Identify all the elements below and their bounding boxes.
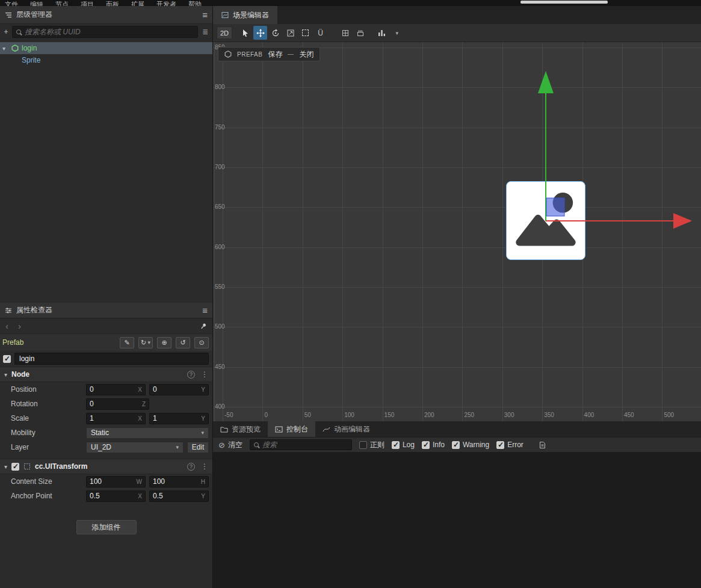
mobility-row: Mobility Static▾ [0,426,212,440]
chevron-down-icon: ▾ [395,30,398,36]
prefab-edit-button[interactable]: ✎ [120,337,134,348]
console-search-placeholder: 搜索 [262,440,277,450]
prefab-close-button[interactable]: 关闭 [299,49,313,60]
gizmo-y-arrowhead[interactable] [538,71,554,93]
prefab-icon [11,45,19,52]
ruler-label-y: 750 [215,124,225,131]
uitransform-section-header[interactable]: ▾ cc.UITransform ? ⋮ [0,459,212,474]
sprite-node[interactable] [506,181,585,260]
ruler-label-x: 50 [304,412,311,418]
console-filters: LogInfoWarningError [392,441,523,449]
content-w-input[interactable]: 100W [86,476,146,487]
hierarchy-search-input[interactable]: 搜索名称或 UUID [12,26,198,38]
content-h-input[interactable]: 100H [149,476,209,487]
history-forward-icon[interactable]: › [18,321,21,330]
prefab-locate-button[interactable]: ⊕ [157,337,171,348]
scene-toolbar: 2D Ü ▾ [213,24,701,42]
pin-icon[interactable] [199,321,209,331]
scale-icon [286,29,295,37]
gizmo-x-arrowhead[interactable] [673,213,692,229]
node-name-input[interactable]: login [14,353,209,365]
collapse-arrow-icon[interactable]: ▾ [4,463,7,470]
collapse-arrow-icon[interactable]: ▾ [4,371,7,378]
move-gizmo[interactable] [213,42,701,421]
scale-tool-button[interactable] [283,26,297,40]
hierarchy-menu-icon[interactable]: ≡ [202,10,208,19]
rect-tool-button[interactable] [298,26,312,40]
anchor-y-input[interactable]: 0.5Y [149,491,209,502]
position-label: Position [11,385,86,394]
filter-info[interactable]: Info [422,441,445,449]
menu-item[interactable]: 项目 [81,0,94,6]
bottom-tab-bar: 资源预览 控制台 动画编辑器 [213,421,701,437]
menu-item[interactable]: 帮助 [188,0,202,6]
prefab-apply-button[interactable]: ⊙ [194,337,209,348]
tab-scene-editor[interactable]: 场景编辑器 [213,6,277,24]
scene-tab-icon [221,11,229,19]
filter-warning[interactable]: Warning [452,441,489,449]
move-tool-button[interactable] [253,26,267,40]
scale-y-input[interactable]: 1Y [149,413,209,424]
ruler-label-x: 100 [344,412,354,418]
tab-asset-preview[interactable]: 资源预览 [213,421,268,437]
node-section-header[interactable]: ▾ Node ? ⋮ [0,367,212,382]
log-file-icon[interactable] [539,441,546,449]
anchor-x-input[interactable]: 0.5X [86,491,146,502]
rotation-z-input[interactable]: 0Z [86,398,149,410]
menu-item[interactable]: 编辑 [30,0,43,6]
align-settings-button[interactable] [353,26,367,40]
inspector-icon [5,308,12,314]
select-tool-button[interactable] [238,26,252,40]
layer-edit-button[interactable]: Edit [187,442,209,453]
filter-error[interactable]: Error [496,441,523,449]
snap-settings-button[interactable] [338,26,352,40]
position-x-input[interactable]: 0X [86,384,146,395]
inspector-title: 属性检查器 [16,305,52,315]
tab-animation-editor[interactable]: 动画编辑器 [315,421,377,437]
menu-item[interactable]: 开发者 [156,0,176,6]
console-log-area[interactable] [213,452,701,588]
menu-item[interactable]: 扩展 [131,0,144,6]
rect-icon [302,29,309,36]
tree-node-sprite[interactable]: Sprite [0,54,212,66]
tree-node-login[interactable]: ▾ login [0,42,212,54]
filter-log[interactable]: Log [392,441,415,449]
tab-label: 资源预览 [232,424,261,435]
menu-item[interactable]: 节点 [55,0,69,6]
position-y-input[interactable]: 0Y [149,384,209,395]
expand-arrow-icon[interactable]: ▾ [2,45,8,52]
layer-select[interactable]: UI_2D▾ [86,442,184,453]
console-search-input[interactable]: 搜索 [250,439,352,450]
transform-tool-button[interactable]: Ü [313,26,327,40]
rotate-tool-button[interactable] [268,26,282,40]
tab-console[interactable]: 控制台 [268,421,315,437]
help-icon[interactable]: ? [187,371,195,379]
history-back-icon[interactable]: ‹ [5,321,8,330]
scale-x-input[interactable]: 1X [86,413,146,424]
checkbox [452,441,460,449]
add-component-button[interactable]: 添加组件 [76,520,137,534]
mobility-select[interactable]: Static▾ [86,427,209,439]
tree-node-label: Sprite [22,56,40,64]
type-filter-icon[interactable]: ≣ [200,28,210,36]
uitransform-enabled-checkbox[interactable] [11,463,19,471]
scene-viewport[interactable]: PREFAB 保存 关闭 850800750700650600550500450… [213,42,701,421]
prefab-revert-button[interactable]: ↺ [176,337,190,348]
mode-2d-button[interactable]: 2D [217,26,232,39]
regex-checkbox[interactable]: 正则 [359,440,384,450]
more-menu-icon[interactable]: ⋮ [201,462,208,471]
gizmo-display-button[interactable]: ▾ [378,26,398,40]
menu-item[interactable]: 面板 [106,0,119,6]
inspector-menu-icon[interactable]: ≡ [202,306,208,315]
console-clear-button[interactable]: ⊘ 清空 [218,440,242,450]
prefab-row: Prefab ✎ ↻▾ ⊕ ↺ ⊙ [0,334,212,351]
more-menu-icon[interactable]: ⋮ [201,370,208,379]
help-icon[interactable]: ? [187,463,195,471]
create-node-icon[interactable]: + [2,28,10,36]
ruler-label-y: 650 [215,203,225,210]
node-active-checkbox[interactable] [3,355,11,363]
prefab-save-button[interactable]: 保存 [268,49,282,60]
menu-item[interactable]: 文件 [5,0,18,6]
ruler-label-y: 600 [215,244,225,250]
prefab-sync-button[interactable]: ↻▾ [138,337,153,348]
